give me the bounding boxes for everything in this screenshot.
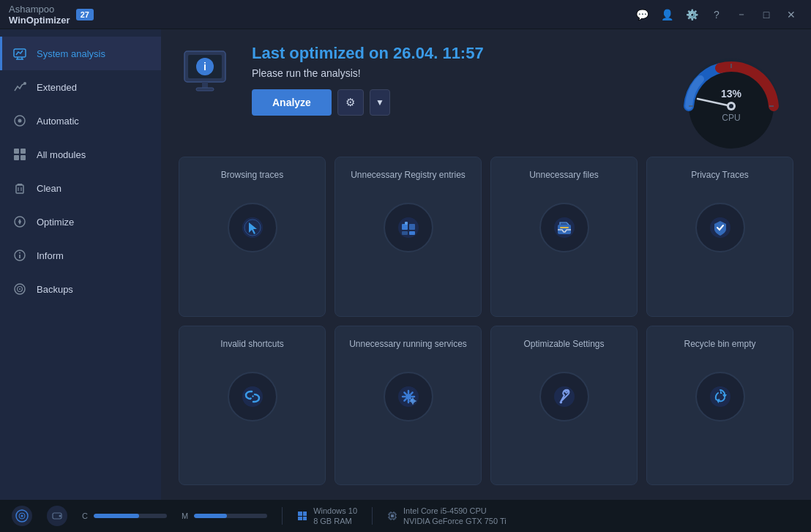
automatic-label: Automatic (37, 116, 79, 127)
window-controls: 💬 👤 ⚙️ ? － □ ✕ (631, 4, 802, 26)
progress-c-section: C (82, 512, 167, 520)
cpu-label: Intel Core i5-4590 CPU (403, 506, 507, 515)
svg-rect-25 (202, 82, 208, 88)
optimizable-settings-card[interactable]: Optimizable Settings (490, 326, 638, 486)
unnecessary-services-card[interactable]: Unnecessary running services (335, 326, 482, 486)
modules-grid: Browsing traces Unnecessary Registry ent… (179, 157, 793, 485)
statusbar: C M Windows 10 8 GB RAM (0, 500, 811, 532)
app-version-badge: 27 (76, 9, 94, 20)
drive-icon (47, 506, 67, 526)
privacy-traces-icon-wrap (695, 203, 745, 252)
svg-text:13%: 13% (721, 88, 742, 100)
svg-rect-11 (16, 185, 23, 193)
sys-info-os: Windows 10 8 GB RAM (313, 506, 357, 525)
svg-rect-40 (409, 224, 415, 230)
sidebar-item-optimize[interactable]: Optimize (0, 205, 161, 239)
svg-rect-73 (298, 512, 302, 516)
main-layout: System analysis Extended Automatic (0, 29, 811, 500)
clean-label: Clean (37, 183, 61, 194)
progress-m-fill (194, 514, 227, 518)
please-run-text: Please run the analysis! (252, 67, 654, 79)
ram-label: 8 GB RAM (313, 517, 357, 525)
help-icon[interactable]: ? (706, 4, 728, 26)
header-text: Last optimized on 26.04. 11:57 Please ru… (252, 44, 654, 116)
statusbar-divider-2 (372, 507, 373, 525)
unnecessary-registry-card[interactable]: Unnecessary Registry entries (335, 157, 482, 317)
svg-rect-74 (303, 512, 307, 516)
svg-point-72 (59, 515, 61, 517)
computer-illustration: i (179, 50, 237, 101)
sidebar: System analysis Extended Automatic (0, 29, 161, 500)
close-icon[interactable]: ✕ (780, 4, 802, 26)
feedback-icon[interactable]: 💬 (631, 4, 653, 26)
progress-m-section: M (182, 512, 267, 520)
analyze-button[interactable]: Analyze (252, 89, 332, 116)
settings-gear-button[interactable]: ⚙ (337, 89, 364, 116)
optimize-icon (12, 214, 28, 230)
windows-icon (297, 511, 307, 521)
sidebar-item-backups[interactable]: Backups (0, 272, 161, 306)
titlebar: Ashampoo WinOptimizer 27 💬 👤 ⚙️ ? － □ ✕ (0, 0, 811, 29)
sidebar-item-inform[interactable]: Inform (0, 239, 161, 272)
svg-point-17 (19, 252, 20, 254)
privacy-traces-title: Privacy Traces (691, 169, 749, 192)
unnecessary-files-title: Unnecessary files (529, 169, 599, 192)
unnecessary-services-title: Unnecessary running services (349, 338, 467, 361)
svg-rect-75 (298, 517, 302, 520)
optimize-label: Optimize (37, 217, 74, 228)
svg-text:i: i (203, 61, 206, 72)
sidebar-item-all-modules[interactable]: All modules (0, 138, 161, 171)
sidebar-item-extended[interactable]: Extended (0, 70, 161, 104)
settings-icon[interactable]: ⚙️ (681, 4, 703, 26)
maximize-icon[interactable]: □ (755, 4, 777, 26)
all-modules-icon (12, 146, 28, 162)
svg-line-56 (404, 392, 406, 394)
cpu-gauge: 13% CPU (669, 44, 793, 139)
unnecessary-files-card[interactable]: Unnecessary files (490, 157, 638, 317)
all-modules-label: All modules (37, 149, 86, 160)
backups-label: Backups (37, 284, 73, 295)
svg-rect-42 (409, 231, 415, 235)
inform-icon (12, 247, 28, 263)
unnecessary-files-icon-wrap (539, 203, 589, 252)
svg-rect-7 (14, 149, 19, 154)
privacy-traces-card[interactable]: Privacy Traces (646, 157, 793, 317)
svg-rect-41 (402, 231, 408, 235)
svg-rect-39 (402, 224, 408, 230)
browsing-traces-icon-wrap (228, 203, 277, 252)
svg-rect-76 (303, 517, 307, 520)
extended-icon (12, 79, 28, 95)
drive-icon-section (47, 506, 67, 526)
brand-name: Ashampoo WinOptimizer (9, 4, 70, 26)
recycle-bin-card[interactable]: Recycle bin empty (646, 326, 793, 486)
svg-rect-26 (196, 88, 214, 91)
progress-c-bar (94, 514, 167, 518)
progress-m-label: M (182, 512, 188, 520)
account-icon[interactable]: 👤 (656, 4, 678, 26)
recycle-bin-title: Recycle bin empty (684, 338, 755, 361)
cpu-icon (387, 511, 397, 521)
progress-m-bar (194, 514, 267, 518)
sidebar-item-automatic[interactable]: Automatic (0, 104, 161, 138)
progress-c-label: C (82, 512, 88, 520)
minimize-icon[interactable]: － (730, 4, 752, 26)
recycle-bin-icon-wrap (695, 372, 745, 422)
content-area: i Last optimized on 26.04. 11:57 Please … (161, 29, 811, 500)
svg-point-70 (21, 515, 23, 517)
svg-text:CPU: CPU (722, 113, 740, 123)
svg-rect-8 (20, 149, 26, 154)
sys-info-hardware: Intel Core i5-4590 CPU NVIDIA GeForce GT… (403, 506, 507, 525)
svg-rect-10 (20, 155, 26, 160)
svg-point-4 (23, 82, 26, 85)
invalid-shortcuts-icon-wrap (228, 372, 277, 422)
sidebar-item-system-analysis[interactable]: System analysis (0, 37, 161, 70)
dropdown-button[interactable]: ▼ (370, 89, 390, 116)
sidebar-item-clean[interactable]: Clean (0, 171, 161, 205)
app-logo-icon (12, 506, 32, 526)
invalid-shortcuts-card[interactable]: Invalid shortcuts (179, 326, 326, 486)
inform-label: Inform (37, 250, 64, 261)
header-section: i Last optimized on 26.04. 11:57 Please … (179, 44, 793, 139)
browsing-traces-title: Browsing traces (221, 169, 283, 192)
unnecessary-services-icon-wrap (384, 372, 433, 422)
browsing-traces-card[interactable]: Browsing traces (179, 157, 326, 317)
